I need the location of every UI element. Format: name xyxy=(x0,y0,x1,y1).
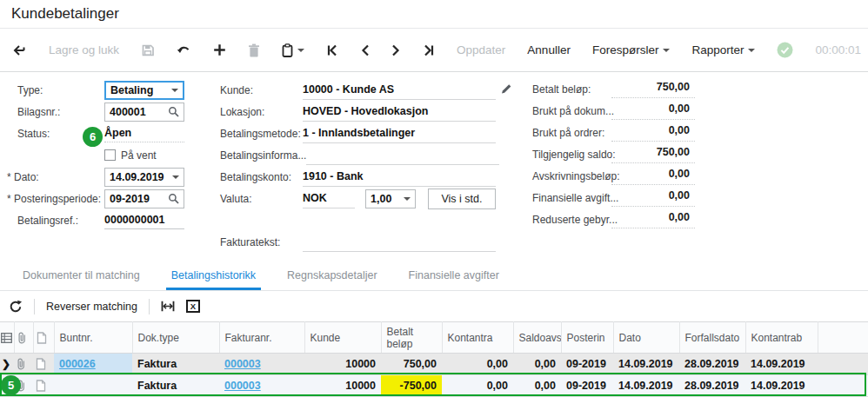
due-date-cell[interactable]: 28.09.2019 xyxy=(679,375,745,397)
save-and-close-button[interactable]: Lagre og lukk xyxy=(49,43,119,56)
cash-discount-date-cell[interactable]: 14.09.2019 xyxy=(745,354,818,375)
note-icon[interactable] xyxy=(33,375,54,397)
tab-documents-to-apply[interactable]: Dokumenter til matching xyxy=(17,264,145,290)
page-title: Kundebetalinger xyxy=(11,5,119,23)
column-header-posteringsperiode[interactable]: Posterin xyxy=(561,322,613,354)
hold-checkbox[interactable] xyxy=(104,149,116,161)
column-header-buntnr[interactable]: Buntnr. xyxy=(54,322,132,354)
lookup-icon[interactable] xyxy=(168,193,179,204)
writeoff-amount-value[interactable]: 0,00 xyxy=(611,168,695,185)
invoice-text-input[interactable] xyxy=(303,233,496,252)
balance-writeoff-cell[interactable]: 0,00 xyxy=(513,354,561,375)
date-input[interactable]: 14.09.2019 xyxy=(104,168,184,187)
status-field-row: Status: Åpen xyxy=(7,122,216,144)
fit-width-icon[interactable] xyxy=(161,301,175,312)
tab-financial-details[interactable]: Regnskapsdetaljer xyxy=(282,264,383,290)
last-record-icon[interactable] xyxy=(423,44,435,56)
paid-amount-cell-highlighted[interactable]: -750,00 xyxy=(381,375,442,397)
post-period-cell[interactable]: 09-2019 xyxy=(561,375,613,397)
cash-discount-date-cell[interactable]: 14.09.2019 xyxy=(745,375,818,397)
save-icon[interactable] xyxy=(141,43,155,57)
customer-cell[interactable]: 10000 xyxy=(304,354,381,375)
export-excel-icon[interactable]: X xyxy=(186,300,200,313)
tab-payment-history[interactable]: Betalingshistorikk xyxy=(166,264,261,290)
refnbr-input[interactable]: 400001 xyxy=(104,103,184,122)
attachment-icon[interactable] xyxy=(14,354,33,375)
doc-type-cell[interactable]: Faktura xyxy=(132,375,219,397)
note-column-header[interactable] xyxy=(33,322,54,354)
cash-discount-cell[interactable]: 0,00 xyxy=(442,375,513,397)
batch-number-link[interactable]: 000026 xyxy=(59,358,96,370)
period-input[interactable]: 09-2019 xyxy=(104,189,184,208)
lookup-icon[interactable] xyxy=(168,106,179,117)
column-header-doktype[interactable]: Dok.type xyxy=(132,322,219,354)
column-header-dato[interactable]: Dato xyxy=(613,322,679,354)
currency-label: Valuta: xyxy=(220,193,303,205)
customer-label: Kunde: xyxy=(220,84,303,96)
refresh-button[interactable]: Oppdater xyxy=(457,43,505,56)
reverse-application-button[interactable]: Reverser matching xyxy=(46,301,137,313)
doc-type-cell[interactable]: Faktura xyxy=(132,354,219,375)
tab-finance-charges[interactable]: Finansielle avgifter xyxy=(404,264,504,290)
clipboard-menu-icon[interactable] xyxy=(282,43,304,57)
cash-discount-cell[interactable]: 0,00 xyxy=(442,354,513,375)
column-header-filler xyxy=(818,322,868,354)
undo-icon[interactable] xyxy=(177,43,191,56)
customer-input[interactable]: 10000 - Kunde AS xyxy=(303,81,496,100)
invoice-number-cell[interactable]: 000003 xyxy=(219,375,304,397)
column-header-saldoavskriving[interactable]: Saldoavsk xyxy=(513,322,561,354)
grid-settings-icon[interactable] xyxy=(0,322,14,354)
cancel-button[interactable]: Annuller xyxy=(527,43,571,56)
paid-amount-cell[interactable]: 750,00 xyxy=(381,354,442,375)
back-icon[interactable] xyxy=(12,43,27,57)
customer-cell[interactable]: 10000 xyxy=(304,375,381,397)
currency-input[interactable]: NOK xyxy=(303,189,355,208)
inquiries-label: Forespørsler xyxy=(592,43,659,56)
first-record-icon[interactable] xyxy=(326,44,338,56)
customer-field-row: Kunde: 10000 - Kunde AS xyxy=(220,79,512,101)
payment-account-input[interactable]: 1910 - Bank xyxy=(303,168,496,187)
payment-info-label: Betalingsinforma... xyxy=(220,149,306,162)
batch-number-cell[interactable] xyxy=(54,375,132,397)
note-icon[interactable] xyxy=(33,354,54,375)
date-label: * Dato: xyxy=(7,171,104,183)
type-select[interactable]: Betaling xyxy=(104,81,184,100)
next-record-icon[interactable] xyxy=(391,44,401,56)
post-period-cell[interactable]: 09-2019 xyxy=(561,354,613,375)
previous-record-icon[interactable] xyxy=(360,44,370,56)
column-header-forfallsdato[interactable]: Forfallsdato xyxy=(679,322,745,354)
grid-toolbar: Reverser matching X xyxy=(0,291,868,321)
paymentref-input[interactable]: 0000000001 xyxy=(104,212,184,229)
due-date-cell[interactable]: 28.09.2019 xyxy=(679,354,745,375)
batch-number-cell[interactable]: 000026 xyxy=(54,354,132,375)
balance-writeoff-cell[interactable]: 0,00 xyxy=(513,375,561,397)
table-row[interactable]: ❯ 000026 Faktura 000003 10000 750,00 0,0… xyxy=(0,354,868,375)
invoice-number-link[interactable]: 000003 xyxy=(224,380,261,392)
view-base-button[interactable]: Vis i std. xyxy=(428,189,496,209)
invoice-number-cell[interactable]: 000003 xyxy=(219,354,304,375)
attachment-column-header[interactable] xyxy=(14,322,33,354)
add-icon[interactable] xyxy=(213,43,226,56)
payment-method-input[interactable]: 1 - Innlandsbetalinger xyxy=(303,124,496,143)
column-header-kunde[interactable]: Kunde xyxy=(304,322,381,354)
toolbar-divider xyxy=(149,299,150,314)
edit-pencil-icon[interactable] xyxy=(500,83,512,95)
date-cell[interactable]: 14.09.2019 xyxy=(613,354,679,375)
invoice-number-link[interactable]: 000003 xyxy=(224,358,261,370)
location-input[interactable]: HOVED - Hovedlokasjon xyxy=(303,103,496,122)
date-cell[interactable]: 14.09.2019 xyxy=(613,375,679,397)
column-header-kontantrabatt[interactable]: Kontantra xyxy=(442,322,513,354)
grid-refresh-icon[interactable] xyxy=(9,300,23,314)
refnbr-label: Bilagsnr.: xyxy=(7,106,104,118)
payment-info-field-row: Betalingsinforma... xyxy=(220,144,512,166)
payment-amount-value[interactable]: 750,00 xyxy=(611,81,695,98)
reports-menu-button[interactable]: Rapporter xyxy=(691,43,755,56)
column-header-betalt-belop[interactable]: Betalt beløp xyxy=(381,322,442,354)
column-header-fakturanr[interactable]: Fakturanr. xyxy=(219,322,304,354)
column-header-kontantrabattdato[interactable]: Kontantrab xyxy=(745,322,818,354)
table-row[interactable]: Faktura 000003 10000 -750,00 0,00 0,00 0… xyxy=(0,375,868,397)
payment-info-input[interactable] xyxy=(306,146,499,165)
exchange-rate-select[interactable]: 1,00 xyxy=(365,189,416,208)
inquiries-menu-button[interactable]: Forespørsler xyxy=(592,43,671,56)
delete-icon[interactable] xyxy=(248,43,260,57)
